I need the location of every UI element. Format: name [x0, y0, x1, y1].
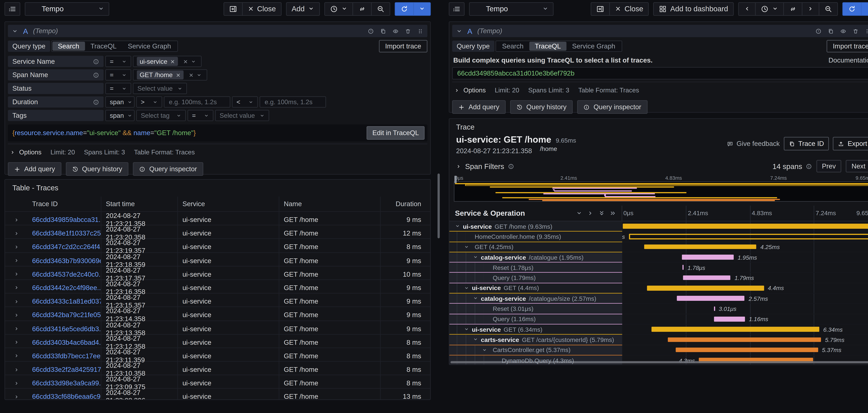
row-expander[interactable]: [5, 307, 28, 323]
span-name-cell[interactable]: HomeController.home (9.35ms): [449, 232, 622, 242]
tag-operator-select[interactable]: =: [187, 110, 213, 121]
span-timeline-cell[interactable]: 6.34ms: [622, 324, 868, 335]
span-timeline-cell[interactable]: [622, 222, 868, 232]
span-name-operator-select[interactable]: =: [105, 69, 131, 81]
duration-gt-operator-select[interactable]: >: [136, 96, 162, 108]
table-row[interactable]: 66cdd33d98e3a9ca99... 2024-08-27 21:23:0…: [5, 375, 430, 388]
close-split-pane-button[interactable]: [223, 2, 242, 16]
trace-id-link[interactable]: 66cdd33fdb7becc17ee...: [28, 348, 101, 364]
run-query-button[interactable]: [842, 2, 861, 16]
expand-all-icon[interactable]: [610, 210, 616, 216]
span-row[interactable]: Reset (1.78μs) 1.78μs: [449, 263, 868, 273]
run-query-interval-button[interactable]: [861, 2, 868, 16]
span-row[interactable]: ui-service GET (6.34ms) 6.34ms: [449, 324, 868, 335]
span-collapse-chevron[interactable]: [464, 286, 469, 291]
menu-toggle-button[interactable]: [449, 2, 465, 16]
query-history-button[interactable]: Query history: [510, 100, 573, 114]
query-row-header[interactable]: A (Tempo): [452, 25, 868, 37]
options-toggle[interactable]: Options: [10, 149, 41, 155]
zoom-out-button[interactable]: [819, 2, 838, 16]
trace-id-link[interactable]: 66cdd33cf68b6eaa6c9...: [28, 389, 101, 400]
sync-times-button[interactable]: [352, 2, 372, 16]
query-type-tab[interactable]: Search: [496, 42, 529, 51]
import-trace-button[interactable]: Import trace: [827, 40, 868, 52]
status-operator-select[interactable]: =: [105, 83, 131, 94]
duration-min-input[interactable]: e.g. 100ms, 1.2s: [164, 96, 230, 108]
span-timeline-cell[interactable]: 3.01μs: [622, 304, 868, 314]
span-name-cell[interactable]: Reset (1.78μs): [449, 263, 622, 273]
table-row[interactable]: 66cdd3416e5ced6db3... 2024-08-27 21:23:1…: [5, 320, 430, 334]
add-to-dashboard-button[interactable]: Add to dashboard: [653, 2, 734, 16]
span-row[interactable]: ui-service GET (4.4ms) 4.4ms: [449, 283, 868, 294]
query-type-tab[interactable]: TraceQL: [529, 42, 566, 51]
span-name-cell[interactable]: ui-service GET /home (9.63ms): [449, 222, 622, 232]
span-duration-bar[interactable]: [651, 327, 819, 332]
row-expander[interactable]: [5, 321, 28, 336]
span-duration-bar[interactable]: [677, 296, 745, 301]
add-query-button[interactable]: Add query: [452, 100, 505, 114]
close-split-pane-button[interactable]: [591, 2, 610, 16]
span-duration-bar[interactable]: [668, 337, 821, 342]
col-start-time[interactable]: Start time: [101, 197, 178, 211]
query-type-tab[interactable]: Service Graph: [122, 42, 177, 51]
col-name[interactable]: Name: [279, 197, 380, 211]
query-inspector-button[interactable]: Query inspector: [133, 162, 203, 176]
filter-chip[interactable]: GET /home: [137, 70, 183, 79]
row-expander[interactable]: [5, 280, 28, 296]
trace-id-link[interactable]: 66cdd349859abcca31...: [28, 212, 101, 228]
status-value-select[interactable]: Select value: [133, 83, 187, 94]
span-row[interactable]: catalog-service /catalogue/size (2.57ms)…: [449, 294, 868, 304]
span-row[interactable]: ui-service GET /home (9.63ms): [449, 222, 868, 232]
span-duration-bar[interactable]: [714, 306, 715, 311]
trace-id-link[interactable]: 66cdd33e2f2a8425917...: [28, 362, 101, 378]
collapse-chevron-icon[interactable]: [456, 28, 462, 34]
span-filters-toggle[interactable]: Span Filters: [456, 162, 504, 171]
span-name-cell[interactable]: DynamoDb.Query (4.3ms): [449, 355, 622, 365]
span-collapse-chevron[interactable]: [455, 224, 460, 229]
remove-chip-icon[interactable]: [170, 59, 175, 64]
collapse-one-icon[interactable]: [576, 210, 582, 216]
span-name-cell[interactable]: CartsController.get (5.37ms): [449, 345, 622, 355]
run-query-interval-button[interactable]: [413, 2, 431, 16]
table-row[interactable]: 66cdd34537de2c40c0... 2024-08-27 21:23:1…: [5, 266, 430, 279]
tag-value-select[interactable]: Select value: [215, 110, 269, 121]
span-timeline-cell[interactable]: 1.79ms: [622, 273, 868, 283]
help-icon[interactable]: [815, 28, 822, 34]
trace-minimap[interactable]: 0μs 2.41ms 4.83ms 7.24ms 9.65ms: [454, 175, 868, 202]
query-inspector-button[interactable]: Query inspector: [577, 100, 647, 114]
zoom-out-button[interactable]: [371, 2, 390, 16]
span-row[interactable]: catalog-service /catalogue (1.95ms) 1.95…: [449, 252, 868, 263]
span-row[interactable]: GET (4.25ms) 4.25ms: [449, 242, 868, 252]
table-row[interactable]: 66cdd33e2f2a8425917... 2024-08-27 21:23:…: [5, 361, 430, 375]
table-row[interactable]: 66cdd3433c1a81ed037... 2024-08-27 21:23:…: [5, 293, 430, 306]
duration-scope-select[interactable]: span: [105, 96, 135, 108]
trace-id-link[interactable]: 66cdd347c2d2cc264f4...: [28, 239, 101, 255]
remove-chip-icon[interactable]: [176, 72, 181, 78]
export-button[interactable]: Export: [833, 137, 868, 150]
query-row-header[interactable]: A (Tempo): [8, 25, 427, 37]
trace-id-link[interactable]: 66cdd3416e5ced6db3...: [28, 321, 101, 336]
give-feedback-button[interactable]: Give feedback: [727, 140, 780, 147]
help-icon[interactable]: [368, 28, 374, 34]
span-collapse-chevron[interactable]: [473, 296, 478, 301]
span-name-cell[interactable]: Query (1.16ms): [449, 314, 622, 324]
span-collapse-chevron[interactable]: [464, 244, 469, 249]
col-service[interactable]: Service: [178, 197, 279, 211]
span-row[interactable]: HomeController.home (9.35ms) 9.35ms: [449, 232, 868, 242]
trace-id-link[interactable]: 66cdd3403b4ac6bad4...: [28, 334, 101, 350]
span-timeline-cell[interactable]: 4.3ms: [622, 355, 868, 365]
prev-result-button[interactable]: Prev: [816, 160, 841, 172]
table-row[interactable]: 66cdd347c2d2cc264f4... 2024-08-27 21:23:…: [5, 238, 430, 252]
duplicate-query-icon[interactable]: [828, 28, 834, 34]
row-expander[interactable]: [5, 226, 28, 241]
span-timeline-cell[interactable]: 5.37ms: [622, 345, 868, 355]
trace-id-link[interactable]: 66cdd342ba79c21fe05...: [28, 307, 101, 323]
span-row[interactable]: CartsController.get (5.37ms) 5.37ms: [449, 345, 868, 355]
span-duration-bar[interactable]: [714, 317, 745, 322]
documentation-link[interactable]: Documentation: [829, 56, 868, 64]
span-collapse-chevron[interactable]: [482, 347, 487, 352]
collapse-all-icon[interactable]: [598, 210, 605, 216]
span-duration-bar[interactable]: [682, 255, 734, 260]
span-collapse-chevron[interactable]: [473, 337, 478, 342]
span-timeline-cell[interactable]: 5.79ms: [622, 335, 868, 345]
